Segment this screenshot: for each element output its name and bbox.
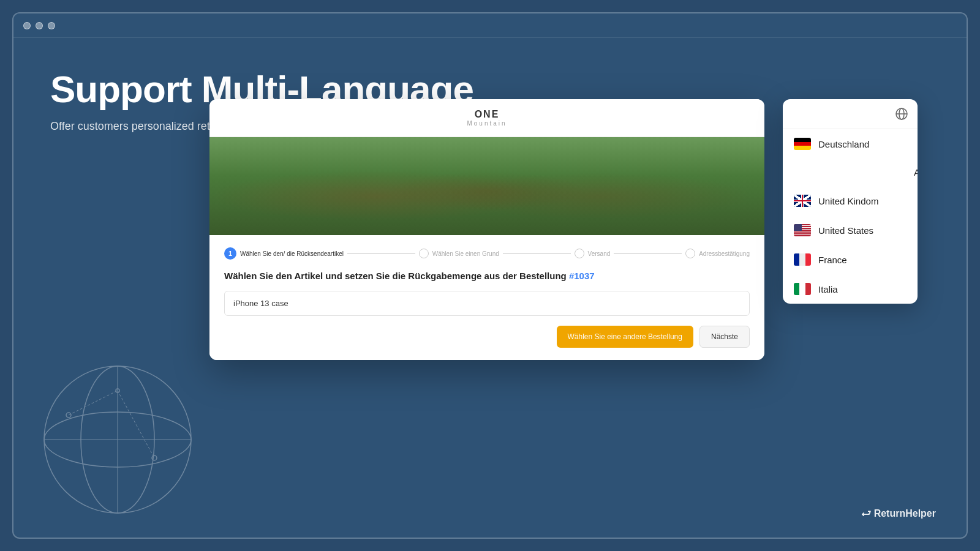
globe-icon (894, 107, 909, 121)
step-separator-1 (347, 253, 415, 254)
lang-item-uk[interactable]: United Kindom (783, 186, 918, 216)
step-1-label: Wählen Sie den/ die Rücksendeartikel (240, 250, 344, 257)
step-1-number: 1 (224, 247, 236, 260)
lang-item-de[interactable]: Deutschland (783, 129, 918, 159)
lang-item-it[interactable]: Italia (783, 274, 918, 304)
flag-us (794, 224, 811, 236)
steps-bar: 1 Wählen Sie den/ die Rücksendeartikel W… (224, 247, 750, 260)
step-2-circle (419, 249, 429, 258)
flag-de (794, 138, 811, 150)
lang-name-uk: United Kindom (818, 196, 878, 206)
language-dropdown: Deutschland 🇦🇺 Australia (783, 99, 918, 304)
browser-frame: Support Multi-Language Offer customers p… (12, 12, 968, 539)
flag-it (794, 283, 811, 295)
browser-content: Support Multi-Language Offer customers p… (13, 38, 967, 538)
step-3-circle (575, 249, 584, 258)
browser-dot-1 (23, 22, 31, 29)
returnhelper-logo: ⮐ ReturnHelper (861, 508, 936, 519)
dropdown-header (783, 99, 918, 129)
step-4-label: Adressbestätigung (699, 250, 750, 257)
step-separator-3 (614, 253, 682, 254)
app-brand-sub: Mountain (219, 120, 755, 127)
lang-item-au[interactable]: 🇦🇺 Australia (783, 159, 918, 186)
app-brand: ONE (219, 109, 755, 120)
svg-line-8 (69, 391, 118, 415)
form-title: Wählen Sie den Artikel und setzen Sie di… (224, 269, 750, 282)
form-buttons: Wählen Sie eine andere Bestellung Nächst… (224, 326, 750, 348)
btn-primary[interactable]: Wählen Sie eine andere Bestellung (557, 326, 693, 348)
app-mockup: ONE Mountain 1 Wählen Sie den/ die Rücks… (209, 99, 764, 360)
svg-point-6 (152, 455, 157, 460)
demo-area: ONE Mountain 1 Wählen Sie den/ die Rücks… (209, 99, 918, 360)
step-3-label: Versand (588, 250, 611, 257)
form-item: iPhone 13 case (224, 291, 750, 316)
app-hero-image (209, 137, 764, 235)
lang-name-it: Italia (818, 284, 838, 294)
lang-name-au: Australia (914, 167, 918, 178)
step-2-label: Wählen Sie einen Grund (432, 250, 499, 257)
lang-name-fr: France (818, 255, 847, 265)
browser-dot-3 (48, 22, 55, 29)
step-separator-2 (503, 253, 571, 254)
lang-name-de: Deutschland (818, 139, 869, 149)
app-form: 1 Wählen Sie den/ die Rücksendeartikel W… (209, 235, 764, 360)
flag-fr (794, 253, 811, 266)
hikers-background (209, 137, 764, 235)
item-name: iPhone 13 case (233, 299, 288, 308)
lang-name-us: United States (818, 225, 873, 236)
order-ref: #1037 (569, 271, 595, 281)
browser-titlebar (13, 13, 967, 38)
lang-item-us[interactable]: United States (783, 216, 918, 245)
step-4-circle (685, 249, 695, 258)
lang-item-fr[interactable]: France (783, 245, 918, 274)
browser-dot-2 (36, 22, 43, 29)
app-header: ONE Mountain (209, 99, 764, 137)
globe-illustration (32, 354, 203, 525)
btn-secondary[interactable]: Nächste (699, 326, 750, 348)
flag-uk (794, 195, 811, 207)
